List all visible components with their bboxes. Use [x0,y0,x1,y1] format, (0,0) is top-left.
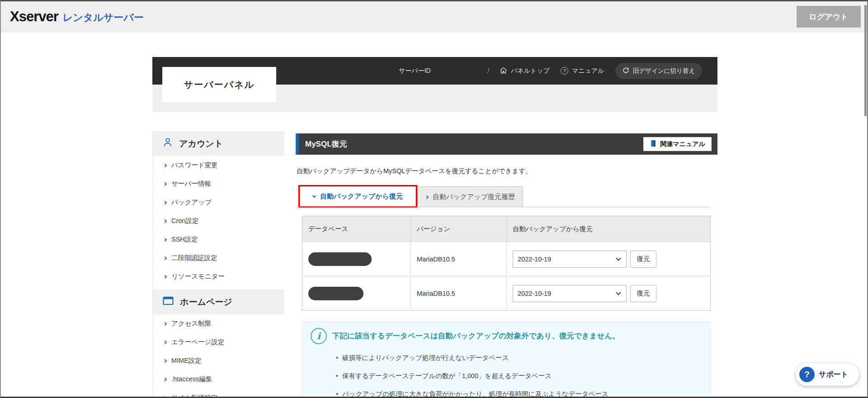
tab-restore-from-backup[interactable]: 自動バックアップから復元 [300,186,416,206]
table-header-restore: 自動バックアップから復元 [507,216,710,242]
chevron-right-icon [163,256,167,260]
browser-window-icon [163,296,174,308]
sidebar-item-password-change[interactable]: パスワード変更 [153,156,284,175]
version-cell: MariaDB10.5 [411,276,507,310]
question-circle-icon: ? [799,367,815,382]
notice-item: バックアップの処理に大きな負荷がかかったり、処理が長時間に及ぶようなデータベース [336,390,609,398]
redacted-database-name [308,252,372,266]
home-icon [500,67,507,75]
notice-heading: 下記に該当するデータベースは自動バックアップの対象外であり、復元できません。 [332,331,620,341]
chevron-right-icon [163,237,167,241]
page-title: MySQL復元 [305,139,347,149]
sidebar-section-account-label: アカウント [179,138,223,150]
backup-date-select[interactable]: 2022-10-19 [513,251,627,268]
sidebar-section-homepage: ホームページ [153,289,284,314]
table-header-row: データベース バージョン 自動バックアップから復元 [302,216,710,242]
red-annotation-box: 自動バックアップから復元 [298,185,417,208]
restore-button[interactable]: 復元 [630,251,656,268]
chevron-right-icon [163,396,167,398]
restore-button[interactable]: 復元 [630,285,656,302]
panel-title: サーバーパネル [162,67,276,102]
table-row: MariaDB10.5 2022-10-19 復元 [302,242,710,276]
page-title-bar: MySQL復元 関連マニュアル [296,133,717,155]
backup-date-select-wrapper: 2022-10-19 [513,285,627,302]
screenshot-frame: Xserver レンタルサーバー ログアウト サーバーID / パネルトップ ?… [0,0,868,398]
chevron-right-icon [163,200,167,204]
logo-text-secondary: レンタルサーバー [63,9,144,24]
sidebar-item-server-info[interactable]: サーバー情報 [153,175,284,193]
tab-restore-label: 自動バックアップから復元 [320,192,403,201]
refresh-icon [623,67,629,75]
related-manual-button[interactable]: 関連マニュアル [643,137,712,151]
chevron-right-icon [163,340,167,344]
sidebar-item-site-transfer[interactable]: サイト転送設定 [153,389,284,398]
book-icon [650,140,656,149]
support-button[interactable]: ? サポート [796,363,859,386]
vertical-scrollbar-thumb[interactable] [864,5,867,116]
backup-date-select-wrapper: 2022-10-19 [513,251,627,268]
person-icon [163,137,173,150]
logo-text-primary: Xserver [10,9,58,25]
chevron-right-icon [425,195,429,199]
page-description: 自動バックアップデータからMySQLデータベースを復元することができます。 [297,167,532,175]
sidebar-section-account: アカウント [153,131,284,156]
sidebar-item-htaccess[interactable]: .htaccess編集 [153,370,284,389]
tab-restore-history[interactable]: 自動バックアップ復元履歴 [417,186,523,207]
chevron-right-icon [163,275,167,278]
sidebar-item-ssh[interactable]: SSH設定 [153,230,284,249]
notice-box: i 下記に該当するデータベースは自動バックアップの対象外であり、復元できません。… [302,322,711,398]
tab-history-label: 自動バックアップ復元履歴 [433,193,515,201]
chevron-right-icon [163,377,167,381]
version-cell: MariaDB10.5 [411,242,507,276]
chevron-right-icon [163,322,167,325]
table-header-version: バージョン [411,216,507,242]
nav-panel-top-label: パネルトップ [511,67,550,75]
breadcrumb-separator: / [487,57,490,85]
table-header-database: データベース [302,216,411,242]
switch-design-label: 旧デザインに切り替え [633,67,695,75]
switch-design-button[interactable]: 旧デザインに切り替え [615,63,702,79]
nav-manual-label: マニュアル [572,67,604,75]
database-table: データベース バージョン 自動バックアップから復元 MariaDB10.5 20… [302,216,711,311]
tabs-underline [296,207,711,207]
chevron-right-icon [163,219,167,223]
related-manual-label: 関連マニュアル [660,140,705,148]
sidebar-item-resource-monitor[interactable]: リソースモニター [153,267,284,286]
sidebar-item-cron[interactable]: Cron設定 [153,212,284,230]
sidebar-item-mime[interactable]: MIME設定 [153,351,284,370]
redacted-database-name [308,287,363,300]
nav-manual[interactable]: ? マニュアル [561,57,604,85]
question-circle-icon: ? [561,67,568,75]
sidebar-section-homepage-label: ホームページ [180,296,232,308]
sidebar-item-error-page[interactable]: エラーページ設定 [153,333,284,351]
notice-list: 破損等によりバックアップ処理が行えないデータベース 保有するデータベーステーブル… [336,354,609,398]
top-header-bar: Xserver レンタルサーバー ログアウト [1,1,867,32]
nav-panel-top[interactable]: パネルトップ [500,57,550,85]
support-label: サポート [819,370,848,379]
notice-item: 保有するデータベーステーブルの数が「1,000」を超えるデータベース [336,372,609,380]
sidebar-item-two-factor[interactable]: 二段階認証設定 [153,249,284,267]
table-row: MariaDB10.5 2022-10-19 復元 [302,276,710,310]
chevron-right-icon [163,163,167,167]
server-id-label: サーバーID [399,57,431,85]
info-circle-icon: i [311,328,327,344]
chevron-right-icon [163,359,167,362]
logout-button[interactable]: ログアウト [797,6,861,28]
chevron-right-icon [163,182,167,185]
backup-date-select[interactable]: 2022-10-19 [513,285,627,302]
sidebar: アカウント パスワード変更 サーバー情報 バックアップ Cron設定 SSH設定… [152,131,284,398]
chevron-down-icon [312,194,316,197]
notice-item: 破損等によりバックアップ処理が行えないデータベース [336,354,609,362]
sidebar-item-access-restriction[interactable]: アクセス制限 [153,314,284,333]
sidebar-item-backup[interactable]: バックアップ [153,193,284,212]
xserver-logo: Xserver レンタルサーバー [10,1,144,32]
